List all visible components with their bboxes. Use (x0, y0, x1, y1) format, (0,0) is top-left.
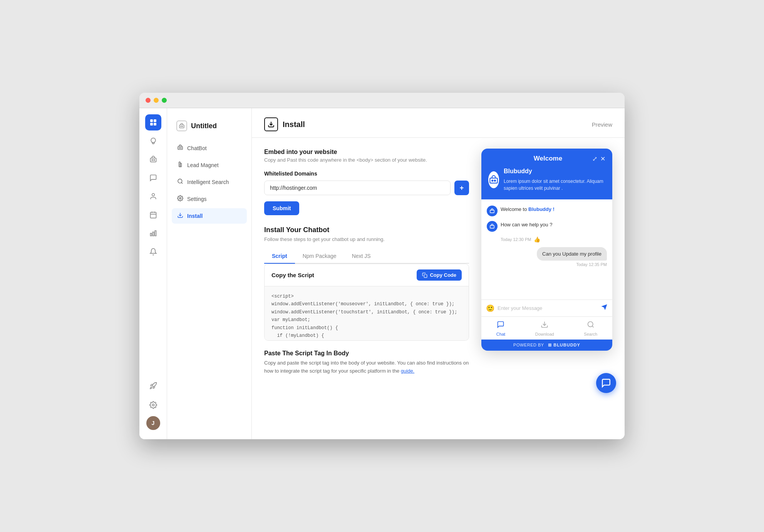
chat-tab-download[interactable]: Download (535, 321, 554, 336)
chat-tab-download-icon (541, 321, 548, 330)
chat-bot-info: Blubuddy Lorem ipsum dolor sit amet cons… (488, 168, 605, 192)
code-card: Copy the Script Copy Code <script> windo… (264, 264, 469, 341)
chat-tab-chat-icon (497, 321, 504, 330)
svg-point-18 (181, 147, 181, 148)
nav-user-icon[interactable] (145, 188, 161, 204)
chat-header-actions: ⤢ ✕ (592, 155, 605, 162)
header-install-icon (264, 117, 278, 131)
bot-message-1: Welcome to Blubuddy ! (487, 206, 607, 216)
powered-by-text: POWERED BY (513, 343, 546, 347)
nav-chart-icon[interactable] (145, 225, 161, 241)
tab-npm[interactable]: Npm Package (295, 249, 344, 264)
svg-rect-10 (152, 232, 154, 236)
sidebar-item-install-label: Install (187, 213, 203, 219)
svg-rect-3 (154, 123, 156, 125)
copy-btn-label: Copy Code (430, 272, 456, 278)
svg-point-17 (179, 147, 180, 148)
chat-header-top: Welcome ⤢ ✕ (488, 155, 605, 162)
app-window: J Untitled (139, 93, 625, 439)
sidebar-item-settings[interactable]: Settings (172, 191, 247, 207)
sidebar-item-chatbot-label: ChatBot (187, 145, 207, 151)
thumbs-up-icon[interactable]: 👍 (534, 236, 540, 243)
sidebar-item-chatbot[interactable]: ChatBot (172, 141, 247, 156)
svg-rect-0 (150, 119, 153, 122)
svg-point-26 (494, 180, 496, 181)
install-chatbot-sub: Follow these steps to get your chatbot u… (264, 236, 469, 242)
close-button[interactable] (146, 98, 151, 103)
bot-description: Lorem ipsum dolor sit amet consectetur. … (504, 178, 605, 192)
user-avatar[interactable]: J (146, 416, 160, 430)
bot-msg-avatar-1 (487, 206, 498, 216)
user-message-row: Can you Update my profile Today 12:35 PM (487, 247, 607, 267)
header-left: Install (264, 117, 305, 131)
user-bubble: Can you Update my profile (537, 247, 607, 261)
svg-point-6 (154, 159, 155, 161)
chat-message-input[interactable] (498, 305, 598, 311)
lead-magnet-icon (177, 161, 183, 169)
nav-calendar-icon[interactable] (145, 207, 161, 223)
sidebar-item-search-label: Intelligent Search (187, 179, 229, 185)
embed-subtitle: Copy and Past this code anywhere in the … (264, 157, 469, 163)
tab-nextjs[interactable]: Next JS (344, 249, 379, 264)
sidebar: Untitled ChatBot (167, 108, 252, 439)
svg-rect-27 (490, 210, 494, 213)
main-title: Install (283, 120, 305, 129)
svg-rect-13 (179, 125, 184, 128)
nav-grid-icon[interactable] (145, 114, 161, 130)
chat-tab-chat-label: Chat (496, 332, 505, 336)
copy-code-button[interactable]: Copy Code (417, 269, 462, 281)
icon-bar: J (139, 108, 167, 439)
svg-point-14 (181, 126, 181, 127)
nav-chat-icon[interactable] (145, 170, 161, 186)
paste-desc: Copy and paste the script tag into the b… (264, 359, 469, 375)
sidebar-item-lead-magnet[interactable]: Lead Magnet (172, 157, 247, 173)
emoji-icon[interactable]: 🙂 (486, 304, 494, 313)
install-tabs: Script Npm Package Next JS (264, 249, 469, 264)
sidebar-header: Untitled (172, 117, 247, 134)
nav-bulb-icon[interactable] (145, 133, 161, 149)
add-domain-button[interactable]: + (454, 181, 469, 195)
submit-button[interactable]: Submit (264, 201, 299, 215)
bot-name: Blubuddy (504, 168, 605, 175)
sidebar-item-search[interactable]: Intelligent Search (172, 174, 247, 190)
chat-input-area: 🙂 (481, 299, 612, 316)
user-timestamp: Today 12:35 PM (576, 262, 607, 267)
brand-name: ⊞ BLUBUDDY (548, 343, 580, 347)
preview-label: Preview (592, 121, 612, 128)
expand-icon[interactable]: ⤢ (592, 155, 597, 162)
svg-point-12 (152, 404, 154, 406)
code-card-title: Copy the Script (271, 272, 314, 278)
tab-script[interactable]: Script (264, 249, 295, 264)
minimize-button[interactable] (154, 98, 159, 103)
svg-point-19 (178, 179, 182, 183)
bot-avatar (488, 171, 499, 188)
chat-tab-search[interactable]: Search (584, 321, 597, 336)
sidebar-item-install[interactable]: Install (172, 208, 247, 224)
floating-chat-button[interactable] (596, 373, 616, 393)
nav-bot-icon[interactable] (145, 151, 161, 167)
svg-point-5 (152, 159, 153, 161)
svg-rect-24 (490, 178, 498, 183)
send-message-icon[interactable] (601, 304, 608, 313)
code-card-header: Copy the Script Copy Code (265, 264, 469, 286)
guide-link[interactable]: guide. (401, 368, 414, 374)
chat-bottom-tabs: Chat (481, 316, 612, 340)
domain-input[interactable] (264, 181, 451, 195)
sidebar-title: Untitled (191, 122, 217, 130)
nav-bell-icon[interactable] (145, 244, 161, 260)
nav-rocket-icon[interactable] (145, 378, 161, 394)
bot-msg-text-2: How can we help you ? (501, 221, 552, 229)
highlight-blubuddy: Blubuddy ! (528, 206, 555, 212)
install-icon (177, 212, 183, 220)
svg-rect-2 (150, 123, 153, 125)
bot-info-text: Blubuddy Lorem ipsum dolor sit amet cons… (504, 168, 605, 192)
maximize-button[interactable] (162, 98, 167, 103)
chat-widget: Welcome ⤢ ✕ (481, 149, 612, 351)
close-chat-icon[interactable]: ✕ (600, 155, 605, 162)
chat-tab-chat[interactable]: Chat (496, 321, 505, 336)
nav-settings-icon[interactable] (145, 397, 161, 413)
svg-point-15 (182, 126, 183, 127)
svg-point-20 (179, 197, 181, 199)
bot-msg-text-1: Welcome to Blubuddy ! (501, 206, 555, 213)
chat-tab-search-icon (587, 321, 595, 330)
